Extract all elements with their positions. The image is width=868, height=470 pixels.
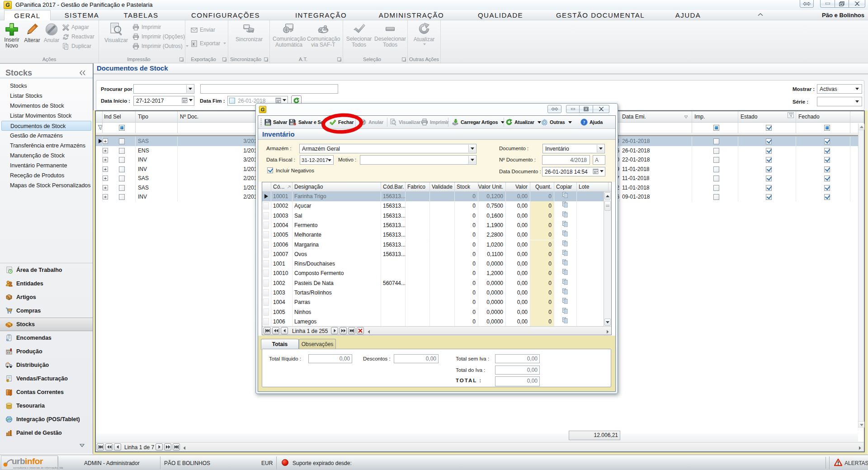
item-row[interactable]: 1006Lamegos00,00000,000 [262, 317, 604, 326]
sidebar-item-movimentos-de-stock[interactable]: Movimentos de Stock [0, 101, 93, 111]
scroll-down-button[interactable] [859, 421, 864, 428]
cell-imp-checkbox[interactable] [713, 176, 719, 181]
hscroll-right-arrow-icon[interactable] [859, 445, 862, 449]
item-row[interactable]: 1003Tortas/Rolinhos00,00000,000 [262, 288, 604, 298]
data-inicio-datepicker[interactable]: 27-12-2017 [133, 96, 194, 106]
search-text-input[interactable] [200, 84, 338, 94]
vertical-scrollbar[interactable] [858, 123, 864, 428]
scroll-up-button[interactable] [859, 123, 864, 130]
cell-copiar[interactable] [554, 240, 576, 250]
sidebar-nav--rea-de-trabalho[interactable]: Área de Trabalho [0, 263, 93, 277]
item-row[interactable]: 10010Composto Fermento01,20000,000 [262, 269, 604, 278]
item-row[interactable]: 10004Fermento156313...01,19000,000 [262, 221, 604, 230]
menu-tab-ajuda[interactable]: AJUDA [663, 10, 713, 20]
cell-copiar[interactable] [554, 279, 576, 288]
menu-tab-integra-o[interactable]: INTEGRAÇÃO [282, 10, 360, 20]
dialog-salvar-button[interactable]: Salvar [264, 116, 287, 128]
column-header-ind-sel[interactable]: Ind Sel [102, 111, 135, 123]
dialog-launcher-icon[interactable] [402, 57, 406, 62]
cell-copiar[interactable] [554, 317, 576, 326]
item-row[interactable]: 10003Sal156313...00,16000,000 [262, 211, 604, 221]
column-header-copiar[interactable]: Copiar [554, 182, 576, 192]
dialog-close-button[interactable] [593, 105, 609, 113]
column-header-imp-[interactable]: Imp. [692, 111, 738, 123]
sidebar-item-invent-rio-permanente[interactable]: Inventário Permanente [0, 161, 93, 171]
ribbon-deselecionar-todos-button[interactable]: Deselecionar Todos [374, 21, 406, 48]
column-header-quant-[interactable]: Quant. [530, 182, 554, 192]
scroll-up-button[interactable] [604, 192, 611, 199]
cell-estado-checkbox[interactable] [766, 157, 772, 163]
ribbon-reactivar-button[interactable]: Reactivar [62, 33, 94, 41]
sidebar-item-manuten-o-de-stock[interactable]: Manutenção de Stock [0, 151, 93, 161]
dialog-minimize-button[interactable] [566, 105, 580, 113]
dialog-visualizar-button[interactable]: Visualizar [390, 116, 420, 128]
ribbon-comunicacao-saft-button[interactable]: Comunicação via SAF-T [307, 21, 340, 48]
hscroll-left-arrow-icon[interactable] [367, 329, 370, 335]
column-header-designa-o[interactable]: Designação [292, 182, 381, 192]
tab-totais[interactable]: Totais [261, 339, 299, 350]
pager-prev-button[interactable] [114, 443, 121, 451]
filter-indsel-checkbox[interactable] [119, 125, 125, 131]
sidebar-nav-compras[interactable]: Compras [0, 304, 93, 318]
serie-combobox[interactable] [817, 97, 862, 106]
cell-estado-checkbox[interactable] [766, 194, 772, 200]
ribbon-apagar-button[interactable]: Apagar [62, 23, 89, 31]
mostrar-combobox[interactable]: Activas [817, 84, 862, 94]
ribbon-exportar-button[interactable]: Exportar [191, 39, 226, 47]
num-documento-field[interactable]: 4/2018 [542, 155, 590, 165]
ribbon-selecionar-todos-button[interactable]: Selecionar Todos [345, 21, 373, 48]
ribbon-alterar-button[interactable]: Alterar [23, 21, 42, 43]
pager-next-button[interactable] [331, 327, 338, 334]
documento-combobox[interactable]: Inventário [542, 144, 605, 153]
dialog-anular-button[interactable]: Anular [359, 116, 383, 128]
cell-copiar[interactable] [554, 230, 576, 240]
descontos-field[interactable]: 0,00 [394, 354, 439, 363]
armazem-combobox[interactable]: Armazém Geral [299, 144, 476, 153]
menu-tab-tabelas[interactable]: TABELAS [113, 10, 169, 20]
column-header-valor[interactable]: Valor [505, 182, 530, 192]
hscroll-left-arrow-icon[interactable] [183, 445, 186, 449]
item-row[interactable]: 1002Pasteis De Nata560744...00,00000,000 [262, 279, 604, 288]
pager-next-button[interactable] [156, 443, 163, 451]
dialog-salvar-e-sair-button[interactable]: Salvar e Sair [289, 116, 325, 128]
cell-fechado-checkbox[interactable] [824, 185, 830, 191]
item-row[interactable]: 10002Açucar156313...00,75000,000 [262, 201, 604, 211]
sidebar-nav-contas-correntes[interactable]: Contas Correntes [0, 385, 93, 399]
cell-copiar[interactable] [554, 250, 576, 259]
item-row[interactable]: 1004Parras00,00000,000 [262, 298, 604, 307]
sidebar-nav-encomendas[interactable]: Encomendas [0, 331, 93, 345]
cell-copiar[interactable] [554, 192, 576, 201]
row-indsel-checkbox[interactable] [119, 166, 125, 172]
pager-prev-button[interactable] [281, 327, 288, 334]
item-row[interactable]: 10001Farinha Trigo156313...00,12000,000 [262, 192, 604, 201]
menu-tab-configura-es[interactable]: CONFIGURAÇÕES [169, 10, 282, 20]
serie-field[interactable]: A [593, 155, 605, 165]
cell-copiar[interactable] [554, 298, 576, 307]
cell-fechado-checkbox[interactable] [824, 194, 830, 200]
pager-first-button[interactable] [264, 327, 271, 334]
cell-fechado-checkbox[interactable] [824, 157, 830, 163]
total-iliquido-field[interactable]: 0,00 [308, 354, 352, 363]
sidebar-nav-integra-o-pos-tablet-[interactable]: Integração (POS/Tablet) [0, 413, 93, 426]
cell-copiar[interactable] [554, 211, 576, 221]
column-header-fabrico[interactable]: Fabrico [405, 182, 429, 192]
sidebar-nav-artigos[interactable]: Artigos [0, 290, 93, 304]
row-expander[interactable]: + [103, 176, 108, 181]
dropdown-button[interactable] [468, 156, 476, 164]
cell-fechado-checkbox[interactable] [824, 148, 830, 154]
procurar-por-combobox[interactable] [133, 84, 194, 94]
ribbon-inserir-novo-button[interactable]: Inserir Novo [2, 21, 22, 49]
dialog-launcher-icon[interactable] [179, 57, 184, 62]
sidebar-nav-distribui-o[interactable]: Distribuição [0, 358, 93, 372]
cell-imp-checkbox[interactable] [713, 194, 719, 200]
sidebar-item-listar-stocks[interactable]: Listar Stocks [0, 91, 93, 101]
row-expander[interactable]: + [103, 148, 108, 153]
cell-imp-checkbox[interactable] [713, 157, 719, 163]
dropdown-button[interactable] [468, 145, 476, 152]
ribbon-comunicacao-automatica-button[interactable]: Comunicação Automática [273, 21, 305, 48]
dialog-launcher-icon[interactable] [222, 57, 226, 62]
cell-estado-checkbox[interactable] [766, 176, 772, 181]
sidebar-nav-painel-de-gest-o[interactable]: Painel de Gestão [0, 426, 93, 440]
ribbon-imprimir-button[interactable]: Imprimir [132, 23, 161, 31]
ribbon-imprimir-opcoes-button[interactable]: Imprimir (Opções) [132, 33, 185, 41]
